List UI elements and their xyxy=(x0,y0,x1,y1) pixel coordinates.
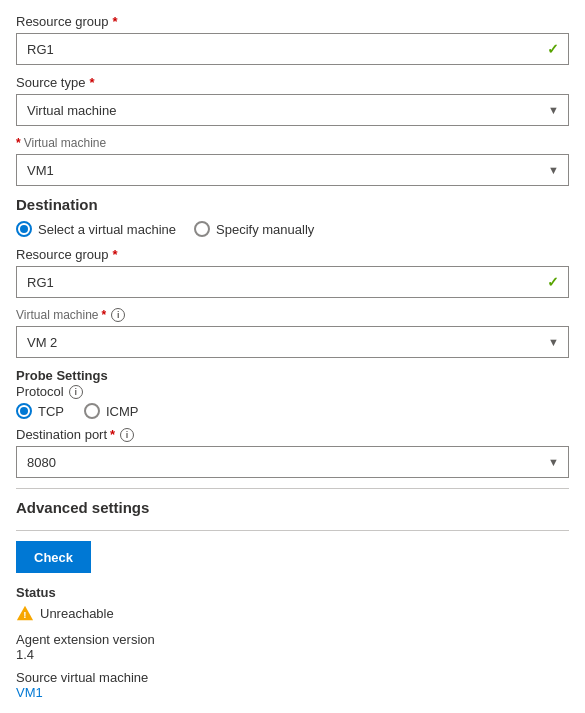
source-resource-group-group: Resource group * RG1 ✓ xyxy=(16,14,569,65)
dest-vm-required-star: * xyxy=(102,308,107,322)
dest-port-select[interactable]: 8080 xyxy=(16,446,569,478)
status-value: ! Unreachable xyxy=(16,604,569,622)
source-virtual-machine-wrapper: VM1 ▼ xyxy=(16,154,569,186)
dest-resource-group-wrapper: RG1 ✓ xyxy=(16,266,569,298)
resource-group-checkmark-icon: ✓ xyxy=(547,41,559,57)
source-type-select[interactable]: Virtual machine xyxy=(16,94,569,126)
dest-resource-group-required: * xyxy=(113,247,118,262)
status-label: Status xyxy=(16,585,569,600)
dest-vm-label-text: Virtual machine xyxy=(16,308,99,322)
dest-virtual-machine-wrapper: VM 2 ▼ xyxy=(16,326,569,358)
source-type-label-text: Source type xyxy=(16,75,85,90)
dest-port-label-text: Destination port xyxy=(16,427,107,442)
source-type-group: Source type * Virtual machine ▼ xyxy=(16,75,569,126)
specify-manually-radio-circle xyxy=(194,221,210,237)
source-vm-required-star: * xyxy=(16,136,21,150)
protocol-label: Protocol i xyxy=(16,384,569,399)
source-resource-group-label: Resource group * xyxy=(16,14,569,29)
source-type-required: * xyxy=(89,75,94,90)
icmp-radio-label: ICMP xyxy=(106,404,139,419)
dest-resource-group-select[interactable]: RG1 xyxy=(16,266,569,298)
icmp-radio[interactable]: ICMP xyxy=(84,403,139,419)
dest-virtual-machine-group: Virtual machine * i VM 2 ▼ xyxy=(16,308,569,358)
status-unreachable-text: Unreachable xyxy=(40,606,114,621)
destination-radio-group: Select a virtual machine Specify manuall… xyxy=(16,221,569,237)
check-button[interactable]: Check xyxy=(16,541,91,573)
dest-port-info-icon[interactable]: i xyxy=(120,428,134,442)
probe-settings-heading: Probe Settings xyxy=(16,368,569,383)
dest-vm-info-icon[interactable]: i xyxy=(111,308,125,322)
divider xyxy=(16,488,569,489)
agent-ext-version-row: Agent extension version 1.4 xyxy=(16,632,569,662)
dest-resource-group-checkmark-icon: ✓ xyxy=(547,274,559,290)
dest-virtual-machine-select[interactable]: VM 2 xyxy=(16,326,569,358)
source-virtual-machine-group: * Virtual machine VM1 ▼ xyxy=(16,136,569,186)
svg-text:!: ! xyxy=(23,609,26,620)
source-vm-label-text: Virtual machine xyxy=(24,136,107,150)
advanced-settings-section: Advanced settings xyxy=(16,499,569,516)
source-resource-group-wrapper: RG1 ✓ xyxy=(16,33,569,65)
protocol-label-text: Protocol xyxy=(16,384,64,399)
source-vm-link[interactable]: VM1 xyxy=(16,685,569,700)
source-virtual-machine-select[interactable]: VM1 xyxy=(16,154,569,186)
resource-group-required: * xyxy=(113,14,118,29)
dest-resource-group-label: Resource group * xyxy=(16,247,569,262)
select-vm-radio-circle xyxy=(16,221,32,237)
probe-settings-section: Probe Settings Protocol i TCP ICMP Desti… xyxy=(16,368,569,478)
warning-icon: ! xyxy=(16,604,34,622)
dest-port-wrapper: 8080 ▼ xyxy=(16,446,569,478)
dest-resource-group-label-text: Resource group xyxy=(16,247,109,262)
protocol-radio-group: TCP ICMP xyxy=(16,403,569,419)
icmp-radio-circle xyxy=(84,403,100,419)
agent-ext-label: Agent extension version xyxy=(16,632,569,647)
resource-group-label-text: Resource group xyxy=(16,14,109,29)
divider-2 xyxy=(16,530,569,531)
dest-port-required: * xyxy=(110,427,115,442)
tcp-radio-circle xyxy=(16,403,32,419)
source-type-wrapper: Virtual machine ▼ xyxy=(16,94,569,126)
dest-resource-group-group: Resource group * RG1 ✓ xyxy=(16,247,569,298)
dest-virtual-machine-label: Virtual machine * i xyxy=(16,308,569,322)
destination-heading: Destination xyxy=(16,196,569,213)
select-vm-radio-label: Select a virtual machine xyxy=(38,222,176,237)
select-virtual-machine-radio[interactable]: Select a virtual machine xyxy=(16,221,176,237)
source-resource-group-select[interactable]: RG1 xyxy=(16,33,569,65)
tcp-radio[interactable]: TCP xyxy=(16,403,64,419)
source-type-label: Source type * xyxy=(16,75,569,90)
advanced-settings-heading: Advanced settings xyxy=(16,499,569,516)
source-virtual-machine-label: * Virtual machine xyxy=(16,136,569,150)
source-vm-label: Source virtual machine xyxy=(16,670,569,685)
status-section: Status ! Unreachable xyxy=(16,585,569,622)
tcp-radio-label: TCP xyxy=(38,404,64,419)
agent-ext-value: 1.4 xyxy=(16,647,569,662)
source-vm-row: Source virtual machine VM1 xyxy=(16,670,569,700)
protocol-info-icon[interactable]: i xyxy=(69,385,83,399)
dest-port-label: Destination port * i xyxy=(16,427,569,442)
specify-manually-radio[interactable]: Specify manually xyxy=(194,221,314,237)
specify-manually-radio-label: Specify manually xyxy=(216,222,314,237)
